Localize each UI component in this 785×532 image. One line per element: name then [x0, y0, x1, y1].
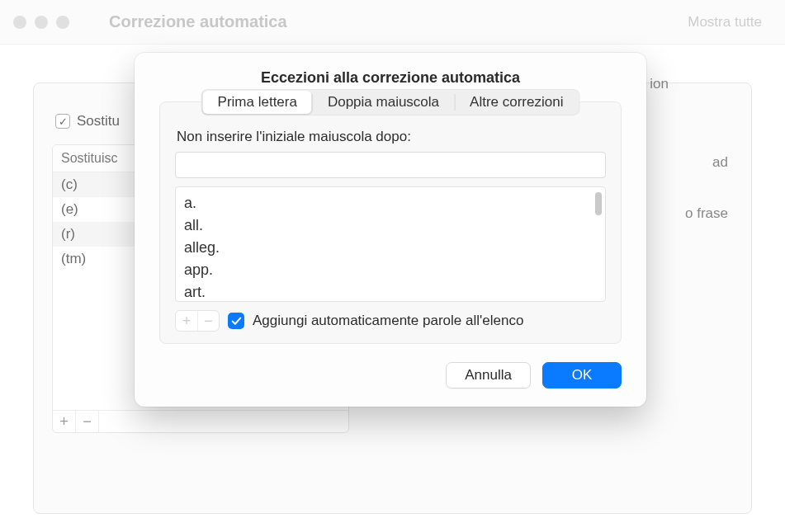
table-add-remove-bar: + −: [53, 410, 348, 432]
list-add-remove: + −: [175, 310, 220, 332]
scrollbar-thumb[interactable]: [595, 192, 602, 215]
below-list-controls: + − Aggiungi automaticamente parole all'…: [175, 310, 606, 332]
minimize-icon[interactable]: [35, 16, 48, 29]
tab-other-corrections[interactable]: Altre correzioni: [455, 91, 578, 114]
dialog-title: Eccezioni alla correzione automatica: [159, 69, 622, 87]
bg-substitute-label: Sostitu: [77, 113, 120, 129]
traffic-lights: [13, 16, 69, 29]
remove-button[interactable]: −: [76, 411, 99, 432]
window-title: Correzione automatica: [109, 12, 287, 31]
auto-add-checkbox[interactable]: [228, 313, 244, 329]
list-item[interactable]: art.: [184, 281, 597, 302]
ok-button[interactable]: OK: [542, 362, 622, 388]
remove-exception-button[interactable]: −: [197, 311, 219, 331]
exceptions-dialog: Eccezioni alla correzione automatica Pri…: [135, 53, 646, 407]
checkbox-icon[interactable]: ✓: [55, 114, 70, 129]
add-exception-button[interactable]: +: [176, 311, 197, 331]
checkmark-icon: [231, 316, 242, 327]
instruction-label: Non inserire l'iniziale maiuscola dopo:: [177, 129, 604, 145]
exception-input[interactable]: [175, 152, 606, 178]
list-item[interactable]: a.: [184, 192, 597, 214]
auto-add-label: Aggiungi automaticamente parole all'elen…: [253, 313, 523, 329]
bg-text-partial-1: ad: [712, 154, 728, 171]
add-button[interactable]: +: [53, 411, 76, 432]
tab-first-letter[interactable]: Prima lettera: [203, 91, 312, 114]
tab-double-capital[interactable]: Doppia maiuscola: [313, 91, 454, 114]
zoom-icon[interactable]: [56, 16, 69, 29]
dialog-group: Prima lettera Doppia maiuscola Altre cor…: [159, 101, 622, 344]
bg-text-partial-2: o frase: [685, 205, 728, 222]
dialog-footer: Annulla OK: [159, 362, 622, 388]
exceptions-list[interactable]: a. all. alleg. app. art.: [175, 186, 606, 302]
list-item[interactable]: all.: [184, 214, 597, 237]
list-item[interactable]: alleg.: [184, 237, 597, 259]
window-titlebar: Correzione automatica Mostra tutte: [0, 0, 785, 45]
cancel-button[interactable]: Annulla: [446, 362, 531, 388]
list-item[interactable]: app.: [184, 259, 597, 281]
segmented-tabs: Prima lettera Doppia maiuscola Altre cor…: [201, 89, 580, 115]
close-icon[interactable]: [13, 16, 26, 29]
show-all-button[interactable]: Mostra tutte: [676, 9, 773, 35]
